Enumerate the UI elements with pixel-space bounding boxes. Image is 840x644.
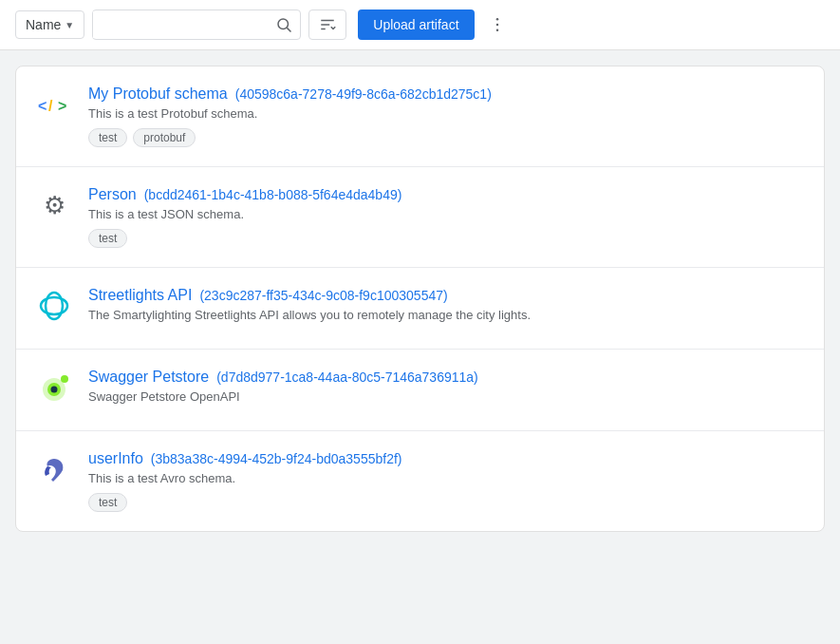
artifact-list: < / > My Protobuf schema (40598c6a-7278-…	[15, 66, 825, 532]
artifact-tag: test	[88, 493, 127, 512]
sort-button[interactable]	[308, 9, 346, 40]
artifact-info: My Protobuf schema (40598c6a-7278-49f9-8…	[88, 85, 805, 147]
artifact-icon-api	[35, 287, 73, 325]
artifact-tags: test	[88, 229, 805, 248]
artifact-item: userInfo (3b83a38c-4994-452b-9f24-bd0a35…	[16, 431, 824, 531]
artifact-item: < / > My Protobuf schema (40598c6a-7278-…	[16, 66, 824, 167]
svg-point-5	[495, 18, 498, 21]
artifact-tag: protobuf	[133, 128, 196, 147]
artifact-icon-openapi	[35, 369, 73, 407]
filter-dropdown[interactable]: Name ▼	[15, 10, 84, 39]
artifact-description: This is a test Protobuf schema.	[88, 106, 805, 121]
svg-text:⚙: ⚙	[44, 191, 65, 219]
toolbar: Name ▼ Upload artifact	[0, 0, 840, 50]
artifact-info: Streetlights API (23c9c287-ff35-434c-9c0…	[88, 287, 805, 330]
artifact-description: The Smartylighting Streetlights API allo…	[88, 308, 805, 322]
chevron-down-icon: ▼	[65, 20, 74, 30]
svg-text:>: >	[58, 98, 66, 114]
artifact-name-link[interactable]: Swagger Petstore	[88, 369, 209, 386]
more-options-button[interactable]	[482, 9, 513, 40]
artifact-name-link[interactable]: My Protobuf schema	[88, 85, 228, 103]
search-icon	[275, 16, 292, 33]
artifact-icon-json: ⚙	[35, 186, 73, 224]
artifact-description: This is a test Avro schema.	[88, 471, 805, 485]
svg-text:/: /	[48, 98, 53, 114]
artifact-title: userInfo (3b83a38c-4994-452b-9f24-bd0a35…	[88, 450, 805, 467]
svg-point-0	[278, 19, 289, 29]
artifact-tag: test	[88, 128, 127, 147]
artifact-info: Person (bcdd2461-1b4c-41b8-b088-5f64e4da…	[88, 186, 805, 248]
svg-point-7	[495, 29, 498, 32]
artifact-tags: test	[88, 493, 805, 512]
artifact-uuid: (3b83a38c-4994-452b-9f24-bd0a3555bf2f)	[151, 451, 402, 466]
artifact-uuid: (40598c6a-7278-49f9-8c6a-682cb1d275c1)	[235, 86, 492, 102]
artifact-tags: testprotobuf	[88, 128, 805, 147]
artifact-name-link[interactable]: Streetlights API	[88, 287, 192, 304]
artifact-name-link[interactable]: userInfo	[88, 450, 143, 467]
svg-point-17	[61, 375, 68, 383]
artifact-uuid: (bcdd2461-1b4c-41b8-b088-5f64e4da4b49)	[144, 187, 402, 202]
artifact-item: ⚙ Person (bcdd2461-1b4c-41b8-b088-5f64e4…	[16, 167, 824, 268]
artifact-icon-protobuf: < / >	[35, 85, 73, 123]
search-input[interactable]	[93, 11, 268, 38]
artifact-name-link[interactable]: Person	[88, 186, 137, 203]
artifact-info: userInfo (3b83a38c-4994-452b-9f24-bd0a35…	[88, 450, 805, 512]
artifact-icon-avro	[35, 450, 73, 488]
upload-artifact-button[interactable]: Upload artifact	[358, 9, 474, 40]
artifact-uuid: (23c9c287-ff35-434c-9c08-f9c100305547)	[199, 288, 447, 303]
artifact-description: Swagger Petstore OpenAPI	[88, 389, 805, 404]
search-button[interactable]	[268, 10, 300, 39]
artifact-item: Swagger Petstore (d7d8d977-1ca8-44aa-80c…	[16, 350, 824, 431]
svg-line-1	[288, 28, 291, 31]
artifact-info: Swagger Petstore (d7d8d977-1ca8-44aa-80c…	[88, 369, 805, 411]
artifact-title: Person (bcdd2461-1b4c-41b8-b088-5f64e4da…	[88, 186, 805, 203]
artifact-item: Streetlights API (23c9c287-ff35-434c-9c0…	[16, 268, 824, 350]
artifact-title: My Protobuf schema (40598c6a-7278-49f9-8…	[88, 85, 805, 103]
search-box	[92, 9, 301, 40]
filter-label: Name	[26, 17, 61, 32]
svg-point-16	[51, 387, 58, 393]
artifact-title: Streetlights API (23c9c287-ff35-434c-9c0…	[88, 287, 805, 304]
more-icon	[488, 15, 507, 34]
artifact-description: This is a test JSON schema.	[88, 207, 805, 221]
sort-icon	[319, 16, 336, 33]
artifact-tag: test	[88, 229, 127, 248]
artifact-uuid: (d7d8d977-1ca8-44aa-80c5-7146a736911a)	[216, 369, 478, 385]
svg-point-6	[495, 24, 498, 27]
content-area: < / > My Protobuf schema (40598c6a-7278-…	[0, 50, 840, 547]
svg-text:<: <	[38, 98, 47, 114]
artifact-title: Swagger Petstore (d7d8d977-1ca8-44aa-80c…	[88, 369, 805, 386]
